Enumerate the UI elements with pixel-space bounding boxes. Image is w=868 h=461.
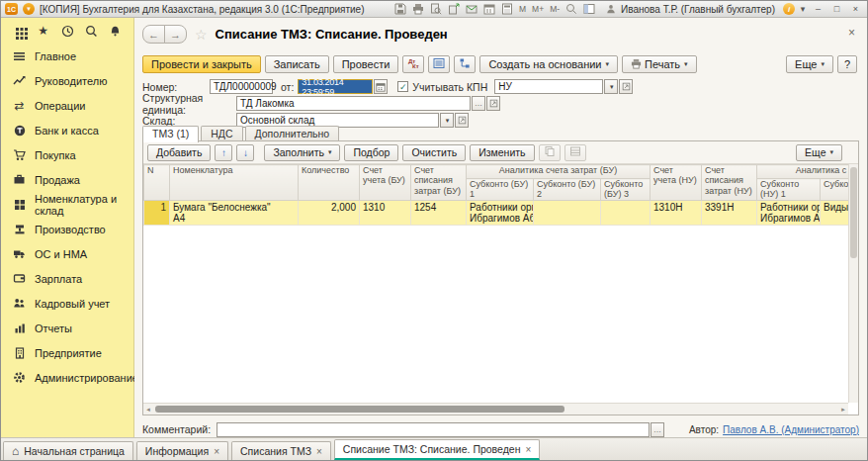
calculator-icon[interactable]: [500, 3, 514, 16]
paste-rows-button[interactable]: [564, 144, 586, 161]
col-subconto-nu1[interactable]: Субконто (НУ) 1: [757, 179, 821, 201]
current-user[interactable]: Иванова Т.Р. (Главный бухгалтер): [600, 3, 779, 16]
calendar-icon[interactable]: [482, 3, 496, 16]
horizontal-scrollbar-thumb[interactable]: [155, 406, 564, 413]
sidebar-item-fixed-assets[interactable]: ОС и НМА: [1, 241, 133, 266]
cell-quantity[interactable]: 2,000: [299, 200, 360, 225]
maximize-button[interactable]: □: [829, 3, 844, 16]
app-menu-arrow-icon[interactable]: ▾: [23, 3, 35, 15]
edit-button[interactable]: Изменить: [470, 144, 534, 161]
memory-m-plus-button[interactable]: M+: [531, 4, 545, 14]
taskbar-tab-tmz-list[interactable]: Списания ТМЗ ×: [231, 441, 331, 460]
favorite-star-icon[interactable]: ☆: [195, 27, 208, 43]
cell-expense-account-bu[interactable]: 1254: [411, 200, 467, 225]
memory-m-minus-button[interactable]: M-: [549, 4, 561, 14]
fill-button[interactable]: Заполнить▾: [264, 144, 340, 161]
horizontal-scrollbar[interactable]: ◄ ►: [143, 403, 848, 415]
more-button[interactable]: Еще▾: [786, 55, 833, 73]
memory-m-button[interactable]: M: [518, 4, 527, 14]
structure-button[interactable]: [454, 55, 476, 73]
cell-subconto-bu2[interactable]: [534, 200, 601, 225]
move-up-button[interactable]: ↑: [215, 144, 232, 161]
kpn-checkbox[interactable]: ✓ Учитывать КПН: [397, 81, 487, 93]
favorites-icon[interactable]: ★: [37, 25, 49, 38]
help-button[interactable]: ?: [837, 55, 857, 73]
tab-additional[interactable]: Дополнительно: [245, 126, 340, 141]
cell-subconto-nu2[interactable]: Виды з: [821, 200, 849, 225]
search-icon[interactable]: [85, 25, 98, 38]
cell-subconto-bu1[interactable]: Работники орга...Ибрагимов Абду...: [467, 200, 534, 225]
post-button[interactable]: Провести: [333, 55, 399, 73]
cell-subconto-bu3[interactable]: [601, 200, 651, 225]
unit-select-button[interactable]: …: [472, 96, 485, 111]
sidebar-item-reports[interactable]: Отчеты: [1, 316, 133, 340]
cell-account-bu[interactable]: 1310: [360, 200, 411, 225]
scroll-left-arrow[interactable]: ◄: [143, 405, 153, 414]
tab-close-icon[interactable]: ×: [525, 444, 531, 455]
notifications-bell-icon[interactable]: [109, 25, 122, 38]
unit-field[interactable]: ТД Лакомка: [236, 96, 471, 111]
sidebar-item-production[interactable]: Производство: [1, 217, 133, 241]
comment-input[interactable]: [217, 422, 650, 437]
print-preview-icon[interactable]: [429, 3, 443, 16]
pick-button[interactable]: Подбор: [344, 144, 398, 161]
cell-account-nu[interactable]: 1310Н: [651, 200, 702, 225]
tab-close-icon[interactable]: ×: [214, 446, 219, 457]
move-down-button[interactable]: ↓: [236, 144, 254, 161]
write-button[interactable]: Записать: [265, 55, 329, 73]
document-close-button[interactable]: ×: [848, 26, 855, 40]
sidebar-item-administration[interactable]: Администрирование: [1, 365, 133, 390]
warehouse-open-button[interactable]: [455, 113, 469, 128]
calendar-picker-button[interactable]: [374, 79, 388, 94]
create-based-on-button[interactable]: Создать на основании▾: [479, 55, 618, 73]
history-icon[interactable]: [61, 25, 74, 38]
col-expense-account-bu[interactable]: Счет списания затрат (БУ): [411, 165, 467, 201]
print-menu-button[interactable]: Печать▾: [622, 55, 697, 73]
mail-icon[interactable]: [465, 3, 478, 16]
sidebar-item-payroll[interactable]: Зарплата: [1, 266, 133, 291]
print-icon[interactable]: [411, 3, 425, 16]
sidebar-item-enterprise[interactable]: Предприятие: [1, 340, 133, 365]
kpn-open-button[interactable]: [619, 79, 633, 94]
date-field[interactable]: 31.03.2014 23:59:59: [298, 79, 373, 94]
vertical-scrollbar-thumb[interactable]: [850, 167, 857, 258]
unit-open-button[interactable]: [486, 96, 500, 111]
save-icon[interactable]: [393, 3, 407, 16]
col-nomenclature[interactable]: Номенклатура: [170, 165, 299, 201]
sidebar-item-sales[interactable]: Продажа: [1, 167, 133, 192]
taskbar-tab-current-document[interactable]: Списание ТМЗ: Списание. Проведен ×: [334, 439, 540, 460]
close-button[interactable]: ×: [848, 3, 863, 16]
table-row[interactable]: 1 Бумага "Белоснежка"А4 2,000 1310 1254 …: [144, 200, 849, 225]
author-link[interactable]: Павлов А.В. (Администратор): [723, 424, 859, 435]
tab-nds[interactable]: НДС: [201, 126, 242, 141]
col-n[interactable]: N: [144, 165, 170, 201]
cell-nomenclature[interactable]: Бумага "Белоснежка"А4: [170, 200, 299, 225]
col-expense-account-nu[interactable]: Счет списания затрат (НУ): [702, 165, 757, 201]
sidebar-item-hr[interactable]: Кадровый учет: [1, 291, 133, 316]
tab-tmz[interactable]: ТМЗ (1): [142, 126, 199, 142]
send-icon[interactable]: [447, 3, 461, 16]
sidebar-item-manager[interactable]: Руководителю: [1, 68, 133, 93]
cell-subconto-nu1[interactable]: Работники орга...Ибрагимов Абду...: [757, 200, 821, 225]
apps-menu-icon[interactable]: [13, 25, 26, 38]
copy-rows-button[interactable]: [539, 144, 561, 161]
taskbar-tab-information[interactable]: Информация ×: [136, 441, 228, 460]
kpn-dropdown-button[interactable]: ▾: [604, 79, 618, 94]
app-logo-icon[interactable]: 1С: [5, 3, 18, 15]
comment-more-button[interactable]: …: [651, 422, 664, 437]
sidebar-item-inventory[interactable]: Номенклатура и склад: [1, 192, 133, 217]
post-and-close-button[interactable]: Провести и закрыть: [142, 55, 261, 73]
col-subconto-nu2[interactable]: Субкон: [821, 179, 849, 201]
sidebar-item-operations[interactable]: ⇄ Операции: [1, 93, 133, 118]
col-account-bu[interactable]: Счет учета (БУ): [360, 165, 411, 201]
tab-close-icon[interactable]: ×: [316, 446, 322, 457]
minimize-button[interactable]: –: [811, 3, 825, 16]
clear-button[interactable]: Очистить: [402, 144, 466, 161]
col-subconto-bu3[interactable]: Субконто (БУ) 3: [601, 179, 651, 201]
document-list-button[interactable]: [428, 55, 450, 73]
kpn-combo[interactable]: НУ: [494, 79, 603, 94]
cell-n[interactable]: 1: [144, 200, 170, 225]
zoom-icon[interactable]: [564, 3, 578, 16]
col-quantity[interactable]: Количество: [299, 165, 360, 201]
split-panel-icon[interactable]: [582, 3, 596, 16]
